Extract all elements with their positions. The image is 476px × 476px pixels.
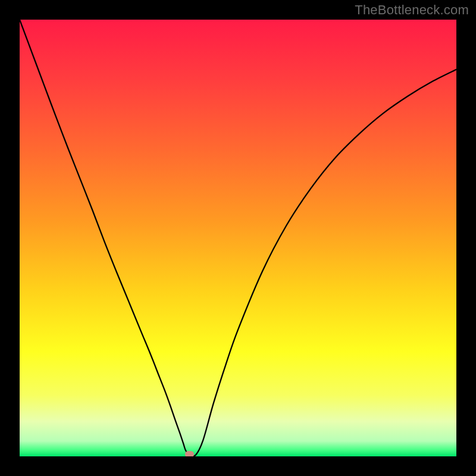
chart-frame: TheBottleneck.com — [0, 0, 476, 476]
plot-area — [20, 20, 456, 456]
bottleneck-curve — [20, 20, 456, 456]
watermark-text: TheBottleneck.com — [355, 2, 469, 18]
minimum-marker — [185, 451, 194, 456]
